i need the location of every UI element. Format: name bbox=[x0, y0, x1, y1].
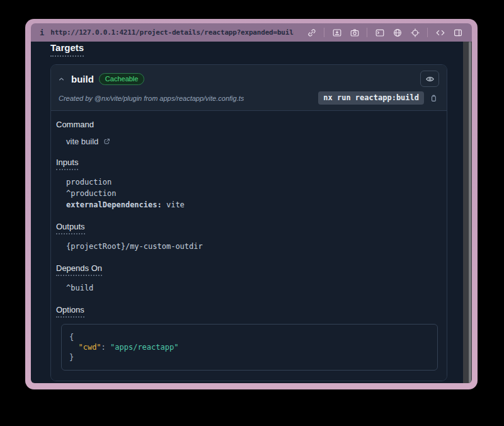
split-view-icon[interactable] bbox=[452, 27, 463, 38]
browser-window: i http://127.0.0.1:4211/project-details/… bbox=[25, 19, 478, 389]
json-value: "apps/reactapp" bbox=[110, 343, 178, 352]
toolbar-separator bbox=[367, 28, 367, 37]
build-card-header: build Cacheable Created by @nx/vite/plug… bbox=[51, 65, 447, 110]
targets-heading: Targets bbox=[50, 42, 84, 57]
scrollbar-thumb[interactable] bbox=[469, 42, 471, 383]
copy-icon[interactable] bbox=[429, 93, 439, 103]
build-header-row[interactable]: build Cacheable bbox=[57, 71, 439, 87]
build-card-body: Command vite build Inputs production ^pr… bbox=[51, 110, 447, 381]
camera-icon[interactable] bbox=[349, 27, 360, 38]
json-key: "cwd" bbox=[78, 343, 101, 352]
crosshair-icon[interactable] bbox=[410, 27, 420, 38]
external-link-icon[interactable] bbox=[103, 137, 112, 146]
terminal-icon[interactable] bbox=[374, 27, 385, 38]
created-by-text: Created by @nx/vite/plugin from apps/rea… bbox=[59, 95, 244, 102]
command-value: vite build bbox=[66, 137, 98, 146]
input-item: production bbox=[66, 176, 438, 188]
code-icon[interactable] bbox=[435, 27, 445, 38]
output-item: {projectRoot}/my-custom-outdir bbox=[66, 241, 438, 252]
globe-icon[interactable] bbox=[392, 27, 403, 38]
target-card-build: build Cacheable Created by @nx/vite/plug… bbox=[50, 64, 447, 381]
link-icon[interactable] bbox=[306, 27, 317, 38]
depends-on-item: ^build bbox=[66, 282, 438, 294]
address-url[interactable]: http://127.0.0.1:4211/project-details/re… bbox=[50, 28, 294, 37]
options-label[interactable]: Options bbox=[56, 305, 84, 318]
info-icon: i bbox=[40, 28, 44, 37]
build-header-subrow: Created by @nx/vite/plugin from apps/rea… bbox=[57, 91, 439, 105]
target-name: build bbox=[71, 74, 94, 84]
outputs-label[interactable]: Outputs bbox=[56, 222, 85, 234]
download-icon[interactable] bbox=[331, 27, 342, 38]
inputs-list: production ^production externalDependenc… bbox=[56, 176, 438, 210]
options-json-block: { "cwd": "apps/reactapp"} bbox=[61, 324, 438, 371]
cacheable-badge: Cacheable bbox=[99, 73, 145, 85]
scrollbar[interactable] bbox=[463, 42, 472, 383]
project-details-page: Targets build Cacheable bbox=[31, 42, 463, 383]
input-item: externalDependencies: vite bbox=[66, 199, 438, 210]
toolbar-actions bbox=[306, 27, 463, 38]
run-command-chip: nx run reactapp:build bbox=[318, 91, 424, 105]
depends-on-list: ^build bbox=[56, 282, 438, 294]
command-value-row: vite build bbox=[56, 137, 438, 146]
outputs-list: {projectRoot}/my-custom-outdir bbox=[56, 241, 438, 252]
view-target-button[interactable] bbox=[420, 71, 439, 87]
depends-on-label[interactable]: Depends On bbox=[56, 263, 102, 276]
browser-toolbar: i http://127.0.0.1:4211/project-details/… bbox=[31, 23, 472, 42]
chevron-up-icon[interactable] bbox=[57, 74, 66, 83]
input-item: ^production bbox=[66, 188, 438, 199]
toolbar-separator bbox=[324, 28, 324, 37]
toolbar-separator bbox=[427, 28, 428, 37]
inputs-label[interactable]: Inputs bbox=[56, 158, 78, 170]
command-label: Command bbox=[56, 120, 94, 129]
